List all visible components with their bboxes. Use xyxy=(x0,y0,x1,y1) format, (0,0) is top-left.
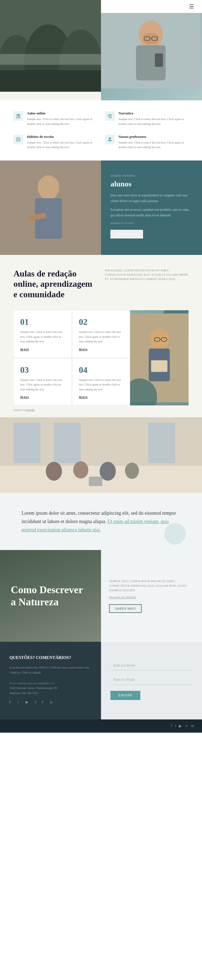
nature-section: Como Descrever a Natureza SAMPLE TEXT: L… xyxy=(0,550,202,642)
contact-name-input[interactable] xyxy=(110,661,193,670)
hamburger-icon[interactable]: ☰ xyxy=(189,3,194,10)
feature-item-2: Narrativa Sample text. Click to select t… xyxy=(105,111,189,126)
social-pinterest-icon[interactable]: P xyxy=(42,700,48,706)
feature-icon-1 xyxy=(13,111,23,121)
svg-rect-22 xyxy=(54,423,81,463)
card-3-link[interactable]: MAIS xyxy=(20,395,65,399)
contact-address: Nosso endereço de correspondência é: 152… xyxy=(9,681,92,696)
quote-blob-decoration xyxy=(164,523,186,545)
card-2-link[interactable]: MAIS xyxy=(79,348,124,351)
svg-rect-18 xyxy=(151,360,167,372)
footer-twitter-icon[interactable]: t xyxy=(175,724,176,728)
contact-info: QUESTÕES? COMENTÁRIOS? A escola está abe… xyxy=(0,642,101,719)
about-content: Sobre nossos alunos Duis aute irure dolo… xyxy=(101,161,202,255)
footer: f t ▶ ☺ in xyxy=(0,719,202,733)
nature-title-container: Como Descrever a Natureza xyxy=(11,584,90,608)
social-youtube-icon[interactable]: ▶ xyxy=(25,700,32,706)
svg-rect-35 xyxy=(0,54,101,65)
feature-item-3: Hábitos de escrita Sample text. Click to… xyxy=(13,135,97,150)
about-section: Sobre nossos alunos Duis aute irure dolo… xyxy=(0,161,202,255)
nature-left: Como Descrever a Natureza xyxy=(0,550,101,642)
svg-point-28 xyxy=(125,463,139,479)
feature-icon-3 xyxy=(13,135,23,144)
card-1-link[interactable]: MAIS xyxy=(20,348,65,351)
social-icons-bar: f t ▶ ☺ P in xyxy=(9,700,92,706)
feature-content-4: Nossos professores Sample text. Click to… xyxy=(118,135,189,150)
footer-linkedin-icon[interactable]: in xyxy=(191,724,194,728)
feature-icon-2 xyxy=(105,111,115,121)
feature-icon-4 xyxy=(105,135,115,144)
nature-title: Como Descrever a Natureza xyxy=(11,584,90,608)
freepik-link[interactable]: Freepik xyxy=(26,409,35,411)
footer-social-icons: f t ▶ ☺ in xyxy=(171,724,194,728)
social-linkedin-icon[interactable]: in xyxy=(50,700,56,706)
svg-rect-29 xyxy=(89,477,103,486)
feature-item-1: Aulas online Sample text. Click to selec… xyxy=(13,111,97,126)
svg-point-26 xyxy=(73,461,88,479)
contact-form: ENVIAR xyxy=(101,642,202,719)
cards-section: 01 Sample text. Click to select the text… xyxy=(0,305,202,406)
hero-photo xyxy=(101,13,202,100)
contact-submit-button[interactable]: ENVIAR xyxy=(110,691,140,700)
feature-content-1: Aulas online Sample text. Click to selec… xyxy=(27,111,97,126)
card-3: 03 Sample text. Click to select the text… xyxy=(13,358,72,406)
svg-point-25 xyxy=(46,462,62,481)
features-section: Aulas online Sample text. Click to selec… xyxy=(0,100,202,160)
footer-instagram-icon[interactable]: ☺ xyxy=(185,724,188,728)
svg-rect-7 xyxy=(155,53,163,67)
svg-rect-23 xyxy=(148,423,175,463)
quote-section: Lorem ipsum dolor sit amet, consectetur … xyxy=(0,493,202,550)
headline-title: Aulas de redação online, aprendizagem e … xyxy=(13,269,97,299)
cards-left: 01 Sample text. Click to select the text… xyxy=(13,310,130,406)
footer-facebook-icon[interactable]: f xyxy=(171,724,172,728)
card-2: 02 Sample text. Click to select the text… xyxy=(72,310,130,358)
social-instagram-icon[interactable]: ☺ xyxy=(34,700,39,706)
card-1: 01 Sample text. Click to select the text… xyxy=(13,310,72,358)
headline-section: Aulas de redação online, aprendizagem e … xyxy=(0,255,202,305)
feature-content-3: Hábitos de escrita Sample text. Click to… xyxy=(27,135,97,150)
svg-point-9 xyxy=(38,175,59,200)
cards-image xyxy=(130,310,189,406)
svg-rect-34 xyxy=(0,70,101,92)
quote-text: Lorem ipsum dolor sit amet, consectetur … xyxy=(22,509,180,534)
feature-item-4: Nossos professores Sample text. Click to… xyxy=(105,135,189,150)
svg-rect-21 xyxy=(13,423,40,463)
about-image xyxy=(0,161,101,255)
nature-image-ref: IMAGEM DE FREEPIK xyxy=(109,596,194,599)
card-4-link[interactable]: MAIS xyxy=(79,395,124,399)
social-facebook-icon[interactable]: f xyxy=(9,700,15,706)
nature-cta-button[interactable]: SABER MAIS xyxy=(109,604,142,613)
hero-image xyxy=(101,13,202,100)
cards-layout: 01 Sample text. Click to select the text… xyxy=(13,310,189,406)
social-twitter-icon[interactable]: t xyxy=(17,700,24,706)
feature-content-2: Narrativa Sample text. Click to select t… xyxy=(118,111,189,126)
headline-paragraph: PARAGRAPH: LOREM IPSUM DOLOR SIT AMET, C… xyxy=(105,269,189,282)
svg-point-13 xyxy=(150,329,169,350)
footer-youtube-icon[interactable]: ▶ xyxy=(179,724,182,728)
card-4: 04 Sample text. Click to select the text… xyxy=(72,358,130,406)
about-cta-button[interactable]: Saber mais xyxy=(110,230,143,239)
nature-right: SAMPLE TEXT: LOREM IPSUM DOLOR SIT AMET,… xyxy=(101,550,202,642)
team-photo-section xyxy=(0,417,202,493)
freepik-reference: Imagem de Freepik xyxy=(0,406,202,417)
headline-grid: Aulas de redação online, aprendizagem e … xyxy=(13,269,189,299)
contact-email-input[interactable] xyxy=(110,675,193,685)
contact-section: QUESTÕES? COMENTÁRIOS? A escola está abe… xyxy=(0,642,202,719)
